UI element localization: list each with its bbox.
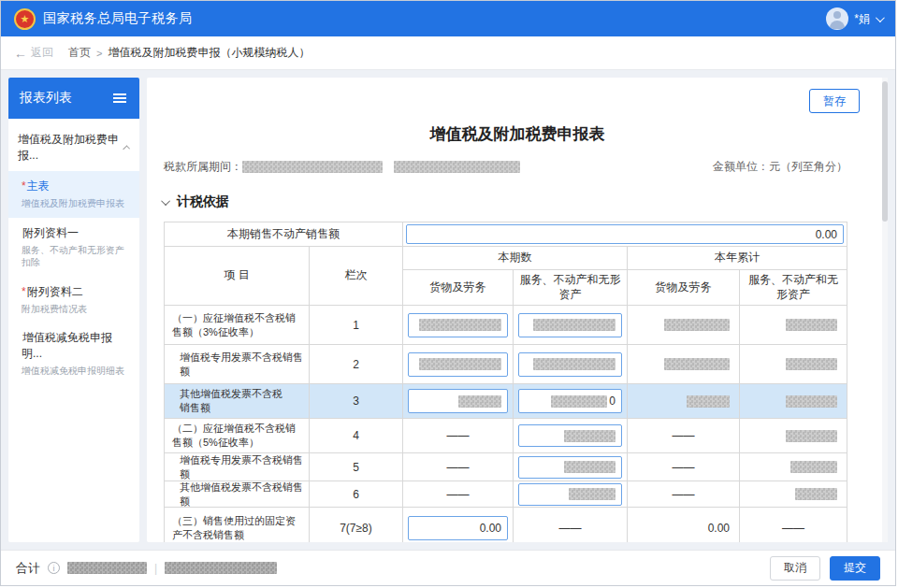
cell-r2-ytd-goods bbox=[628, 345, 740, 384]
property-sales-label: 本期销售不动产销售额 bbox=[165, 222, 403, 247]
row-column-no: 3 bbox=[310, 384, 403, 419]
breadcrumb: ← 返回 首页 > 增值税及附加税费申报（小规模纳税人） bbox=[1, 36, 895, 70]
top-header: ★ 国家税务总局电子税务局 *娟 bbox=[1, 1, 895, 36]
input-r1-cur-goods[interactable] bbox=[408, 313, 508, 337]
cell-r7-cur-services: —— bbox=[514, 508, 628, 542]
user-menu[interactable]: *娟 bbox=[826, 7, 882, 30]
breadcrumb-home[interactable]: 首页 bbox=[68, 45, 91, 61]
input-r7-cur-goods[interactable]: 0.00 bbox=[408, 516, 508, 540]
cell-r7-ytd-goods: 0.00 bbox=[628, 508, 740, 542]
row-column-no: 2 bbox=[310, 345, 403, 384]
back-label: 返回 bbox=[31, 45, 53, 61]
sidebar-item-label: *附列资料二 bbox=[22, 284, 132, 300]
row-item-label: （三）销售使用过的固定资产不含税销售额 bbox=[165, 508, 310, 542]
redacted-value bbox=[533, 358, 616, 370]
input-r2-cur-goods[interactable] bbox=[408, 352, 508, 377]
tax-basis-table: 本期销售不动产销售额 0.00 项 目 栏次 本期数 本年累计 货物及劳务 服务… bbox=[164, 222, 847, 542]
sidebar-item-label: 附列资料一 bbox=[22, 225, 132, 241]
input-r5-cur-services[interactable] bbox=[518, 456, 622, 479]
row-column-no: 7(7≥8) bbox=[310, 508, 403, 542]
redacted-period-start bbox=[242, 161, 383, 173]
cell-r1-ytd-goods bbox=[628, 306, 740, 345]
redacted-value bbox=[419, 358, 501, 370]
report-list-sidebar: 报表列表 增值税及附加税费申报... *主表 增值税及附加税费申报表 附列资料一… bbox=[8, 78, 139, 542]
cell-r7-ytd-services: —— bbox=[740, 508, 847, 542]
redacted-value bbox=[569, 488, 616, 500]
input-visible-digit: 0 bbox=[609, 394, 616, 408]
sidebar-group-vat[interactable]: 增值税及附加税费申报... bbox=[8, 119, 139, 171]
redacted-total-1 bbox=[67, 562, 147, 574]
sidebar-item-appendix-1[interactable]: 附列资料一 服务、不动产和无形资产扣除 bbox=[8, 218, 139, 277]
cell-r6-cur-services bbox=[514, 481, 628, 508]
cell-r6-ytd-services bbox=[740, 481, 847, 508]
back-button[interactable]: ← 返回 bbox=[14, 45, 53, 61]
cell-r3-ytd-services bbox=[740, 384, 847, 419]
required-mark: * bbox=[22, 285, 26, 298]
row-column-no: 4 bbox=[310, 419, 403, 453]
submit-button[interactable]: 提交 bbox=[830, 556, 880, 581]
input-r1-cur-services[interactable] bbox=[518, 313, 622, 337]
header-goods-services: 货物及劳务 bbox=[628, 270, 740, 306]
content-region: 报表列表 增值税及附加税费申报... *主表 增值税及附加税费申报表 附列资料一… bbox=[1, 70, 895, 550]
input-r4-cur-services[interactable] bbox=[518, 424, 622, 447]
redacted-period-end bbox=[394, 161, 520, 173]
chevron-down-icon bbox=[161, 196, 170, 206]
sidebar-item-sub: 增值税及附加税费申报表 bbox=[22, 197, 132, 210]
row-column-no: 5 bbox=[310, 453, 403, 481]
redacted-value bbox=[419, 319, 501, 331]
divider: | bbox=[154, 562, 157, 575]
app-title: 国家税务总局电子税务局 bbox=[43, 10, 193, 27]
input-r2-cur-services[interactable] bbox=[518, 352, 622, 377]
total-label: 合计 bbox=[16, 560, 40, 577]
cell-r1-ytd-services bbox=[740, 306, 847, 345]
cell-r2-cur-services bbox=[514, 345, 628, 384]
collapse-menu-icon[interactable] bbox=[113, 97, 126, 99]
row-item-label: 增值税专用发票不含税销售额 bbox=[165, 345, 310, 384]
avatar[interactable] bbox=[826, 7, 848, 30]
sidebar-item-label: 增值税减免税申报明... bbox=[22, 330, 132, 362]
section-title: 计税依据 bbox=[177, 194, 229, 210]
required-mark: * bbox=[22, 179, 26, 193]
redacted-value bbox=[664, 358, 730, 370]
header-column-no: 栏次 bbox=[310, 247, 403, 306]
redacted-value bbox=[564, 461, 616, 473]
footer-total: 合计 | bbox=[16, 560, 277, 577]
row-item-label: 其他增值税发票不含税销售额 bbox=[165, 384, 310, 419]
redacted-value bbox=[664, 319, 730, 331]
period-label: 税款所属期间： bbox=[164, 159, 242, 175]
cell-r7-cur-goods: 0.00 bbox=[403, 508, 514, 542]
input-r3-cur-services[interactable]: 0 bbox=[518, 389, 622, 413]
header-current-period: 本期数 bbox=[403, 247, 628, 270]
redacted-value bbox=[790, 461, 837, 473]
sidebar-item-sub: 增值税减免税申报明细表 bbox=[22, 365, 132, 378]
save-draft-button[interactable]: 暂存 bbox=[809, 89, 860, 113]
cancel-button[interactable]: 取消 bbox=[770, 556, 820, 581]
scrollbar-thumb[interactable] bbox=[882, 81, 888, 222]
report-list-title: 报表列表 bbox=[20, 90, 72, 107]
sidebar-item-sub: 附加税费情况表 bbox=[22, 303, 132, 316]
breadcrumb-current: 增值税及附加税费申报（小规模纳税人） bbox=[108, 45, 310, 61]
sidebar-item-vat-reduction[interactable]: 增值税减免税申报明... 增值税减免税申报明细表 bbox=[8, 323, 139, 385]
row-column-no: 1 bbox=[310, 306, 403, 345]
input-r6-cur-services[interactable] bbox=[518, 483, 622, 506]
redacted-value bbox=[786, 395, 837, 408]
input-r3-cur-goods[interactable] bbox=[408, 389, 508, 413]
chevron-down-icon bbox=[876, 13, 885, 22]
cell-r5-ytd-goods: —— bbox=[628, 453, 740, 481]
footer-bar: 合计 | 取消 提交 bbox=[1, 550, 895, 585]
cell-r4-cur-goods: —— bbox=[403, 419, 514, 453]
cell-r5-ytd-services bbox=[740, 453, 847, 481]
info-icon[interactable] bbox=[48, 562, 60, 574]
breadcrumb-separator: > bbox=[96, 48, 102, 59]
redacted-value bbox=[687, 395, 730, 408]
cell-r5-cur-goods: —— bbox=[403, 453, 514, 481]
section-tax-basis[interactable]: 计税依据 bbox=[164, 192, 871, 212]
cell-r6-cur-goods: —— bbox=[403, 481, 514, 508]
property-sales-input[interactable]: 0.00 bbox=[406, 224, 844, 244]
cell-r2-ytd-services bbox=[740, 345, 847, 384]
sidebar-item-appendix-2[interactable]: *附列资料二 附加税费情况表 bbox=[8, 277, 139, 323]
redacted-total-2 bbox=[165, 562, 277, 574]
sidebar-item-main-form[interactable]: *主表 增值税及附加税费申报表 bbox=[8, 171, 139, 218]
header-goods-services: 货物及劳务 bbox=[403, 270, 514, 306]
cell-r4-ytd-goods: —— bbox=[628, 419, 740, 453]
